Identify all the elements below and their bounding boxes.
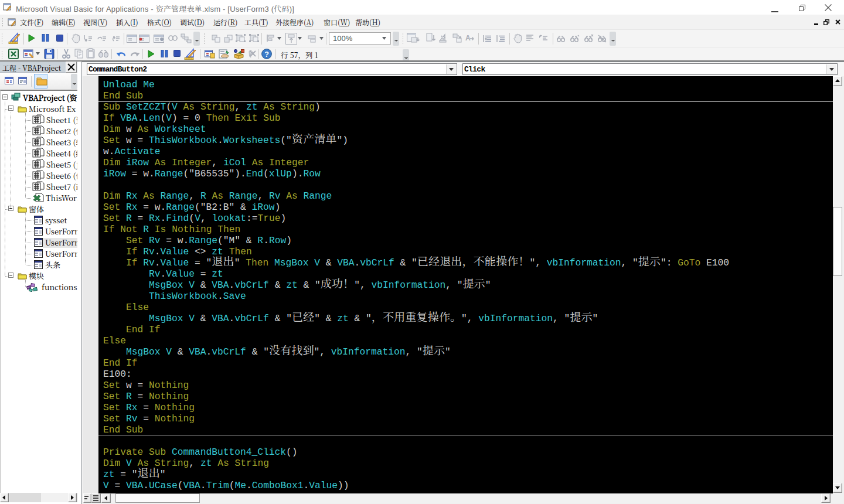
svg-text:?: ? — [264, 50, 269, 59]
svg-text:A: A — [465, 34, 471, 42]
